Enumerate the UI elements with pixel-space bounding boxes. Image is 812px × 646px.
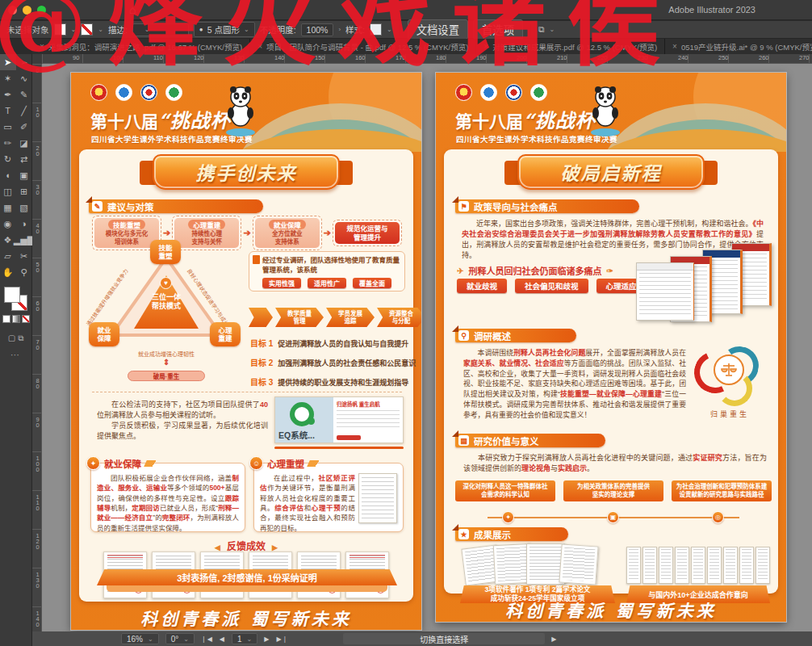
next-artboard-button[interactable]: ▶ [264,636,270,643]
ruler-origin[interactable] [32,54,42,64]
drawing-modes[interactable]: ▢⧉ [0,333,31,343]
rectangle-tool[interactable]: ▭ [0,119,16,135]
artboard-left-poster[interactable]: 第十八届“挑战杯” 四川省大学生课外学术科技作品竞赛终审决赛 携手创未来 ✎ 建… [71,73,421,630]
screen-mode-icon: ⧉ [18,333,23,343]
document-tabs-bar: × 采集到洞见：调研演进之路 .pdf @ 16.67 % (CMYK/预览) … [32,39,812,54]
gradient-tool[interactable]: ▧ [16,199,32,216]
artboard-tool[interactable]: ▱ [0,248,16,264]
type-tool[interactable]: T [0,103,16,119]
certificate-thumbnail [642,547,657,584]
previous-artboard-button[interactable]: ◀ [220,636,225,643]
home-icon[interactable]: ⌂ [129,3,136,16]
certificate-thumbnail [691,547,705,584]
artboard-right-poster[interactable]: 第十八届“挑战杯” 四川省大学生课外学术科技作品竞赛终审决赛 破局启新程 ⚑ 政… [436,73,786,622]
poster-footer-slogan: 科创青春派 蜀写新未来 [436,598,786,622]
close-icon[interactable]: × [40,42,44,51]
status-hint: 切换直接选择 [343,633,545,644]
chevron-down-icon[interactable]: ⌄ [71,26,77,33]
banner-ribbon: 携手创未来 [153,154,340,190]
artboard-number-dropdown[interactable]: 1⌄ [232,633,257,644]
document-tab[interactable]: × 0519产业链升级.ai* @ 9 % (CMYK/预览) [665,39,812,54]
chevron-right-icon[interactable]: › [338,26,341,33]
chevron-down-icon[interactable]: ⌄ [98,26,103,33]
style-label: 样式: [345,23,365,36]
results-certificates-right [626,547,770,584]
psychology-box: ☺心理重塑 在此过程中，社区矫正评估作为关键环节，是衡量刑满释放人员社会化程度的… [253,463,404,532]
chevron-down-icon[interactable]: ⌄ [550,26,555,33]
last-artboard-button[interactable]: ▶❘ [276,636,288,643]
status-options-arrow[interactable]: ▶ [551,636,557,643]
zoom-tool[interactable]: ⚲ [16,264,32,280]
arrange-icon[interactable]: ⧉ [538,24,545,35]
stroke-color-swatch[interactable] [81,23,93,36]
width-tool[interactable]: ◖ [0,167,16,183]
fill-swatch[interactable] [4,287,20,303]
hand-tool[interactable]: ✋ [0,264,16,280]
pen-tool[interactable]: ✒ [0,86,16,103]
document-tab[interactable]: × 对策建议和成果展示.pdf @ 12.5 % (CMYK/预览) [476,39,665,54]
triangle-bottom-label: 就业成功增强心理韧性 [110,350,223,358]
direct-selection-tool[interactable]: ➢ [16,54,32,70]
stroke-weight-field[interactable]: ⌄ [132,23,189,36]
pencil-tool[interactable]: ✏ [0,135,16,151]
lasso-tool[interactable]: ∿ [16,70,32,86]
eraser-tool[interactable]: ◪ [16,135,32,151]
close-icon[interactable]: × [257,42,262,51]
first-artboard-button[interactable]: ❘◀ [201,636,213,643]
titlebar: ⌂ Adobe Illustrator 2023 [0,0,812,20]
fill-stroke-control[interactable] [0,285,31,329]
perspective-grid-tool[interactable]: ⊞ [16,183,32,199]
magic-wand-tool[interactable]: ✶ [0,70,16,86]
brush-definition-dropdown[interactable]: ●5 点圆形⌄ [194,22,255,37]
panda-mascot-icon [223,82,258,139]
document-tab[interactable]: × 项目、团队简介与调研背景 - 曲.pdf @ 12.5 % (CMYK/预览… [250,39,476,54]
shape-builder-tool[interactable]: ◫ [0,183,16,199]
document-tab[interactable]: × 采集到洞见：调研演进之路 .pdf @ 16.67 % (CMYK/预览) [32,39,250,54]
free-transform-tool[interactable]: ▣ [16,167,32,183]
close-icon[interactable]: × [483,42,488,51]
curvature-tool[interactable]: ✎ [16,86,32,103]
fill-color-swatch[interactable] [54,23,66,36]
section-results: ★ 成果展示 [455,527,568,541]
selection-tool[interactable]: ➤ [0,54,16,70]
society-logo [530,84,547,101]
edit-toolbar-icon[interactable]: ⋯ [0,350,31,360]
process-chevrons: 教学质量 管理 学员发展 追踪 资源整合 与分配 [249,308,421,327]
maximize-window-button[interactable] [37,6,46,15]
close-window-button[interactable] [8,6,17,15]
eq-logo-icon [290,402,314,426]
poster-title: 第十八届“挑战杯” [455,105,608,133]
opacity-field[interactable]: 100% [301,23,334,36]
color-button[interactable] [2,315,10,323]
eq-screenshot-title: 归途扬帆 重生启航 [337,400,400,408]
chevron-down-icon[interactable]: ⌄ [387,26,392,33]
eyedropper-tool[interactable]: ◉ [0,216,16,232]
close-icon[interactable]: × [672,42,677,51]
preferences-button[interactable]: 首选项 [473,19,523,40]
canvas[interactable]: 第十八届“挑战杯” 四川省大学生课外学术科技作品竞赛终审决赛 携手创未来 ✎ 建… [42,64,812,631]
line-segment-tool[interactable]: ╱ [16,103,32,119]
rotate-tool[interactable]: ↻ [0,151,16,167]
banner-text: 携手创未来 [196,158,297,186]
rotation-dropdown[interactable]: 0°⌄ [165,633,195,644]
none-button[interactable] [22,315,30,323]
section-suggestions: ✎ 建议与对策 [89,199,263,213]
scale-tool[interactable]: ⇄ [16,151,32,167]
column-graph-tool[interactable]: ▂▅▇ [16,232,32,248]
minimize-window-button[interactable] [23,6,31,15]
document-setup-button[interactable]: 文档设置 [408,19,468,40]
accent-underline [274,447,404,449]
certificate-thumbnail [659,547,673,584]
clipboard-icon: ✎ [92,201,103,212]
opacity-value: 100% [307,25,329,35]
blend-tool[interactable]: ◑ [16,216,32,232]
section-overview: ⚲ 调研概述 [455,329,576,342]
gradient-button[interactable] [12,315,20,323]
style-swatch[interactable] [370,23,382,36]
mesh-tool[interactable]: ▦ [0,199,16,216]
paintbrush-tool[interactable]: ✐ [16,119,32,135]
target-icon: ◎ [712,511,724,523]
zoom-level-dropdown[interactable]: 16%⌄ [121,633,159,644]
slice-tool[interactable]: ✂ [16,248,32,264]
pilot-paragraph: 在公检法司的支持下，社区为项目团队提供了40位刑满释放人员参与相关课程的试听。 … [97,400,268,442]
